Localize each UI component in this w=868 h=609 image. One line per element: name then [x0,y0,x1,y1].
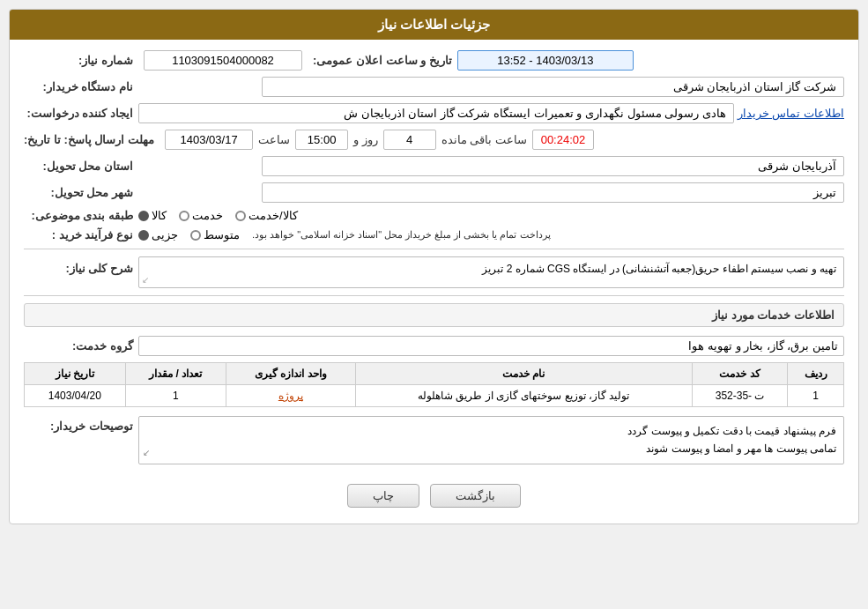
row-name: تولید گاز، توزیع سوختهای گازی از طریق شا… [355,385,692,407]
tabaqe-khadamat-radio[interactable] [179,211,189,221]
shahr-val: تبریز [262,182,844,203]
tarikh-label: تاریخ و ساعت اعلان عمومی: [313,54,452,67]
tabaqe-kala-radio[interactable] [138,211,149,221]
nofarayand-jozi[interactable]: جزیی [138,228,178,241]
nofarayand-motavaset[interactable]: متوسط [190,228,240,241]
mohlat-counter: 00:24:02 [532,130,594,150]
sharh-box: تهیه و نصب سیستم اطفاء حریق(جعبه آتشنشان… [138,256,844,288]
nam-dastgah-val: شرکت گاز استان اذربایجان شرقی [262,77,844,97]
ostan-val: آذربایجان شرقی [262,156,844,176]
nofarayand-motavaset-radio[interactable] [190,230,201,241]
mohlat-date: 1403/03/17 [165,130,253,150]
back-button[interactable]: بازگشت [430,484,521,508]
tosif-label: توصیحات خریدار: [24,416,138,433]
tabaqe-khadamat[interactable]: خدمت [179,209,223,222]
shmare-niaz-val: 1103091504000082 [144,50,302,71]
tosif-line2: تمامی پیوست ها مهر و امضا و پیوست شوند [146,440,836,457]
ijad-link[interactable]: اطلاعات تماس خریدار [738,107,844,120]
row-vahed: پروژه [226,385,356,407]
tabaqe-label: طبقه بندی موضوعی: [24,209,138,222]
shmare-niaz-label: شماره نیاز: [24,54,138,67]
print-button[interactable]: چاپ [347,484,419,508]
gorohe-label: گروه خدمت: [24,339,138,353]
mohlat-label: مهلت ارسال پاسخ: تا تاریخ: [24,133,160,146]
tarikh-val: 1403/03/13 - 13:52 [457,50,634,71]
ostan-label: استان محل تحویل: [24,160,138,173]
ijad-val: هادی رسولی مسئول نگهداری و تعمیرات ایستگ… [138,103,734,123]
mohlat-roz-val: 4 [383,130,436,150]
row-code: ت -35-352 [693,385,788,407]
nofarayand-jozi-radio[interactable] [138,230,149,241]
mohlat-counter-label: ساعت باقی مانده [441,133,527,146]
col-radif: ردیف [788,363,844,385]
nofarayand-label: نوع فرآیند خرید : [24,228,138,241]
sharh-val: تهیه و نصب سیستم اطفاء حریق(جعبه آتشنشان… [482,263,836,275]
tabaqe-khadamat-label: خدمت [192,209,223,222]
col-name: نام خدمت [355,363,692,385]
khadamat-section-title: اطلاعات خدمات مورد نیاز [24,303,844,327]
nofarayand-motavaset-label: متوسط [204,228,240,241]
services-table: ردیف کد خدمت نام خدمت واحد اندازه گیری ت… [24,362,844,407]
row-radif: 1 [788,385,844,407]
gorohe-val: تامین برق، گاز، بخار و تهویه هوا [138,336,844,356]
mohlat-saat-val: 15:00 [295,130,348,150]
tabaqe-kala-khadamat-label: کالا/خدمت [249,209,298,222]
tosif-box: فرم پیشنهاد قیمت با دقت تکمیل و پیوست گر… [138,416,844,464]
shahr-label: شهر محل تحویل: [24,186,138,199]
mohlat-roz-label: روز و [353,133,378,146]
col-vahed: واحد اندازه گیری [226,363,356,385]
ijad-label: ایجاد کننده درخواست: [24,107,138,120]
mohlat-saat-label: ساعت [258,133,290,146]
tabaqe-kala-khadamat-radio[interactable] [235,211,246,221]
sharh-label: شرح کلی نیاز: [24,256,138,275]
row-tedad: 1 [125,385,226,407]
tabaqe-kala-khadamat[interactable]: کالا/خدمت [235,209,298,222]
nofarayand-jozi-label: جزیی [152,228,178,241]
nofarayand-text: پرداخت تمام یا بخشی از مبلغ خریداز محل "… [252,229,551,241]
nam-dastgah-label: نام دستگاه خریدار: [24,80,138,93]
tosif-line1: فرم پیشنهاد قیمت با دقت تکمیل و پیوست گر… [146,422,836,440]
tabaqe-kala[interactable]: کالا [138,209,167,222]
col-tarikh: تاریخ نیاز [25,363,126,385]
tabaqe-kala-label: کالا [152,209,167,222]
col-tedad: تعداد / مقدار [125,363,226,385]
page-title: جزئیات اطلاعات نیاز [10,10,858,40]
table-row: 1 ت -35-352 تولید گاز، توزیع سوختهای گاز… [25,385,844,407]
col-code: کد خدمت [693,363,788,385]
row-tarikh: 1403/04/20 [25,385,126,407]
